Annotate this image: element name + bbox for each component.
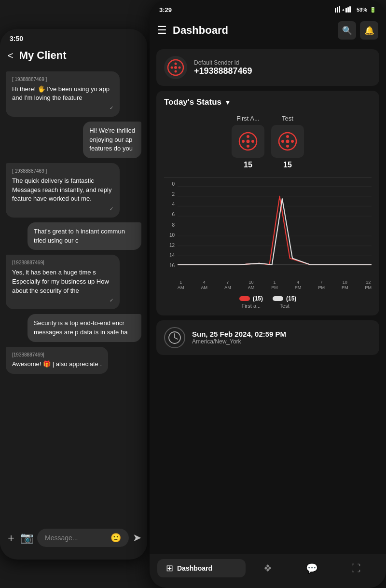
legend-count-first: (15) (253, 295, 263, 302)
chart-x-axis: 1AM 4AM 7AM 10AM 1PM 4PM 7PM 10PM 12PM (178, 278, 372, 290)
emoji-button[interactable]: 🙂 (110, 533, 121, 543)
message-text: The quick delivery is fantastic Messages… (12, 177, 113, 204)
right-status-bar: 3:29 ▲ 53% 🔋 (150, 0, 386, 17)
stat-test: Test 15 (271, 115, 304, 169)
svg-rect-0 (335, 8, 336, 13)
legend-test: (15) Test (273, 295, 296, 309)
page-title: Dashboard (173, 24, 338, 37)
svg-point-18 (247, 145, 249, 148)
svg-point-24 (286, 145, 289, 148)
svg-point-12 (175, 70, 177, 73)
add-button[interactable]: ＋ (6, 531, 16, 545)
clock-icon (164, 327, 185, 348)
legend-count-test: (15) (286, 295, 296, 302)
svg-point-17 (247, 135, 249, 138)
list-item: [19388887469] Yes, it has been a huge ti… (6, 255, 120, 309)
sender-card: Default Sender Id +19388887469 (156, 49, 379, 86)
message-checkmark: ✓ (12, 205, 113, 213)
stat-label-first: First A... (236, 115, 260, 122)
svg-point-10 (179, 67, 181, 69)
right-content: Default Sender Id +19388887469 Today's S… (150, 44, 386, 360)
nav-services[interactable]: ❖ (246, 560, 290, 577)
svg-rect-1 (337, 7, 338, 13)
chat-area: [ 19388887469 ] Hi there! 🖐️ I've been u… (0, 68, 147, 378)
left-phone: 3:50 < My Client [ 19388887469 ] Hi ther… (0, 29, 147, 560)
status-card: Today's Status ▼ First A... (156, 91, 379, 315)
header-actions: 🔍 🔔 (338, 21, 378, 40)
status-title: Today's Status (164, 97, 221, 107)
date-display: Sun, 25 Feb 2024, 02:59 PM (192, 330, 286, 338)
svg-point-16 (251, 140, 254, 143)
send-button[interactable]: ➤ (133, 532, 141, 544)
svg-point-20 (286, 140, 290, 143)
list-item: That's great to h instant commun tried u… (28, 222, 141, 250)
sender-stats: First A... 15 Test (164, 115, 372, 169)
message-input-bar: ＋ 📷 Message... 🙂 ➤ (0, 525, 147, 551)
svg-point-9 (171, 67, 173, 69)
message-text: That's great to h instant commun tried u… (34, 227, 135, 246)
notification-button[interactable]: 🔔 (360, 21, 378, 40)
sender-number: +19388887469 (194, 66, 252, 76)
stat-icon-test (271, 125, 304, 158)
list-item: [ 19388887469 ] The quick delivery is fa… (6, 163, 120, 218)
svg-point-23 (286, 135, 289, 138)
message-text: Security is a top end-to-end encr messag… (34, 319, 135, 337)
stat-count-first: 15 (244, 161, 252, 169)
message-checkmark: ✓ (12, 297, 113, 304)
message-text: Yes, it has been a huge time s Especiall… (12, 268, 113, 296)
svg-rect-5 (347, 7, 349, 13)
sender-tag: [ 19388887469 ] (12, 168, 113, 175)
menu-button[interactable]: ☰ (157, 24, 167, 37)
sender-tag: [19388887469] (12, 352, 102, 359)
back-button[interactable]: < (8, 50, 14, 61)
list-item: Hi! We're thrilledenjoying our apfeature… (83, 122, 141, 159)
search-button[interactable]: 🔍 (338, 21, 356, 40)
legend-color-white (273, 296, 283, 301)
chart-y-axis: 16 14 12 10 8 6 4 2 0 (164, 181, 178, 278)
legend-first: (15) First a... (239, 295, 263, 309)
svg-rect-2 (339, 6, 340, 13)
nav-connections[interactable]: ⛶ (334, 560, 378, 577)
sender-tag: [19388887469] (12, 260, 113, 267)
stat-count-test: 15 (283, 161, 292, 169)
list-item: [19388887469] Awesome! 🎁 | also apprecia… (6, 347, 108, 374)
battery-icon: 🔋 (370, 7, 376, 13)
time-card: Sun, 25 Feb 2024, 02:59 PM America/New_Y… (156, 320, 379, 355)
sender-info: Default Sender Id +19388887469 (194, 59, 252, 76)
svg-point-15 (242, 140, 245, 143)
message-text: Hi! We're thrilledenjoying our apfeature… (89, 126, 135, 154)
bottom-nav: ⊞ Dashboard ❖ 💬 ⛶ (150, 554, 386, 588)
chart-legend: (15) First a... (15) Test (164, 295, 372, 309)
left-status-bar: 3:50 (0, 29, 147, 45)
svg-point-8 (174, 66, 177, 69)
left-header: < My Client (0, 45, 147, 68)
services-icon: ❖ (263, 562, 272, 574)
list-item: Security is a top end-to-end encr messag… (28, 314, 141, 342)
camera-button[interactable]: 📷 (20, 532, 33, 544)
svg-line-36 (175, 338, 178, 339)
status-icons: ▲ 53% 🔋 (335, 6, 376, 14)
status-header: Today's Status ▼ (164, 97, 372, 107)
nav-dashboard-label: Dashboard (177, 564, 212, 572)
chart-area: 16 14 12 10 8 6 4 2 0 (164, 177, 372, 290)
nav-dashboard[interactable]: ⊞ Dashboard (157, 559, 246, 577)
timezone-display: America/New_York (192, 338, 286, 345)
sender-tag: [ 19388887469 ] (12, 76, 113, 83)
svg-point-22 (291, 140, 294, 143)
message-input[interactable]: Message... 🙂 (37, 529, 129, 547)
messages-icon: 💬 (306, 562, 318, 574)
message-text: Hi there! 🖐️ I've been using yo app and … (12, 85, 113, 103)
battery-level: 53% (357, 7, 367, 13)
chat-title: My Client (19, 49, 67, 62)
chevron-down-icon[interactable]: ▼ (224, 98, 231, 106)
message-text: Awesome! 🎁 | also appreciate . (12, 360, 102, 369)
message-checkmark: ✓ (12, 105, 113, 112)
stat-label-test: Test (282, 115, 293, 122)
nav-messages[interactable]: 💬 (290, 560, 334, 577)
right-phone: 3:29 ▲ 53% 🔋 ☰ Dashboard 🔍 🔔 (150, 0, 386, 588)
chart-container: 16 14 12 10 8 6 4 2 0 (164, 181, 372, 278)
svg-point-11 (175, 63, 177, 65)
chart-divider (164, 177, 372, 178)
connections-icon: ⛶ (351, 563, 361, 574)
svg-rect-4 (345, 8, 347, 13)
